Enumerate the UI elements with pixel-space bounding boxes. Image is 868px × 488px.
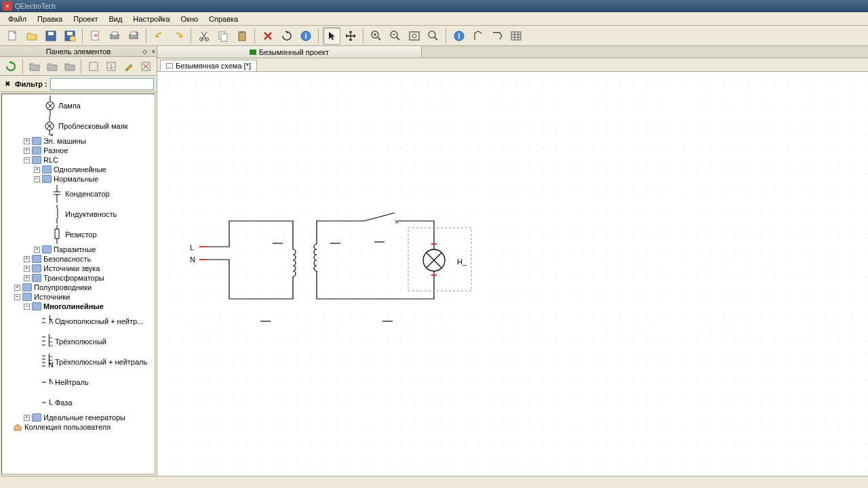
- tree-folder-multiline[interactable]: −Многолинейные: [3, 302, 153, 311]
- tree-folder-ideal-gen[interactable]: +Идеальные генераторы: [3, 413, 153, 422]
- save-as-button[interactable]: [61, 27, 79, 45]
- delete-category-button[interactable]: [62, 58, 78, 75]
- clear-filter-icon[interactable]: ✖: [3, 79, 12, 89]
- tree-folder-parasitic[interactable]: +Паразитные: [3, 245, 153, 254]
- sheet-tab[interactable]: Безымянная схема [*]: [160, 60, 257, 71]
- delete-element-button[interactable]: [138, 58, 154, 75]
- tree-folder-el-machines[interactable]: +Эл. машины: [3, 136, 153, 146]
- canvas[interactable]: L N: [157, 72, 868, 476]
- tree-folder-sources[interactable]: −Источники: [3, 292, 153, 302]
- expander-icon[interactable]: +: [24, 275, 30, 281]
- menu-edit[interactable]: Правка: [33, 14, 66, 24]
- wire[interactable]: [201, 260, 293, 299]
- titleblock-button[interactable]: [507, 27, 525, 45]
- svg-text:×: ×: [94, 31, 98, 39]
- tree-item-inductor[interactable]: Индуктивность: [3, 204, 153, 224]
- expander-icon[interactable]: +: [14, 285, 20, 291]
- expander-icon[interactable]: +: [34, 167, 40, 173]
- add-row-button[interactable]: [488, 27, 506, 45]
- pin-icon[interactable]: ◇: [142, 48, 147, 55]
- properties-button[interactable]: i: [297, 27, 315, 45]
- expander-icon[interactable]: +: [24, 256, 30, 262]
- new-category-button[interactable]: [27, 58, 43, 75]
- expander-icon[interactable]: +: [34, 247, 40, 253]
- edit-category-button[interactable]: [44, 58, 60, 75]
- reload-button[interactable]: [3, 58, 19, 75]
- copy-button[interactable]: [214, 27, 232, 45]
- expander-icon[interactable]: −: [24, 157, 30, 163]
- zoom-reset-button[interactable]: [425, 27, 442, 45]
- wire[interactable]: [398, 221, 434, 247]
- info-button[interactable]: i: [450, 27, 468, 45]
- open-button[interactable]: [23, 27, 41, 45]
- elements-tree[interactable]: Лампа Проблесковый маяк +Эл. машины +Раз…: [1, 94, 155, 474]
- wire[interactable]: [317, 221, 364, 241]
- wire[interactable]: [317, 274, 434, 299]
- menu-settings[interactable]: Настройка: [129, 14, 174, 24]
- tree-folder-sound-src[interactable]: +Источники звука: [3, 264, 153, 273]
- tree-item-three-pole[interactable]: L1L2L3 Трёхполюсный: [3, 331, 153, 352]
- expander-icon[interactable]: +: [24, 415, 30, 421]
- source-icon: N: [41, 374, 53, 390]
- menu-project[interactable]: Проект: [69, 14, 102, 24]
- menu-view[interactable]: Вид: [104, 14, 126, 24]
- tree-folder-rlc[interactable]: −RLC: [3, 155, 153, 165]
- menu-window[interactable]: Окно: [177, 14, 203, 24]
- paste-button[interactable]: [233, 27, 251, 45]
- expander-icon[interactable]: +: [24, 148, 30, 154]
- redo-button[interactable]: [170, 27, 187, 45]
- new-element-button[interactable]: [85, 58, 102, 75]
- tree-item-lamp[interactable]: Лампа: [3, 96, 153, 116]
- tree-folder-transformers[interactable]: +Трансформаторы: [3, 273, 153, 283]
- print-button[interactable]: [106, 27, 123, 45]
- tree-folder-normal[interactable]: −Нормальные: [3, 174, 153, 184]
- expander-icon[interactable]: +: [24, 138, 30, 144]
- expander-icon[interactable]: −: [14, 294, 20, 300]
- tree-folder-single-line[interactable]: +Однолинейные: [3, 165, 153, 174]
- project-tab[interactable]: Безымянный проект: [157, 46, 422, 58]
- transformer-primary[interactable]: [293, 247, 296, 279]
- import-element-button[interactable]: [103, 58, 119, 75]
- schematic[interactable]: L N: [157, 72, 741, 476]
- transformer-secondary[interactable]: [314, 241, 317, 274]
- expander-icon[interactable]: −: [24, 304, 30, 310]
- rotate-button[interactable]: [278, 27, 296, 45]
- move-mode-button[interactable]: [342, 27, 359, 45]
- close-file-button[interactable]: ×: [87, 27, 104, 45]
- edit-element-button[interactable]: [121, 58, 137, 75]
- tree-item-single-pole-n[interactable]: L1N Однополюсный + нейтр...: [3, 311, 153, 331]
- tree-folder-safety[interactable]: +Безопасность: [3, 254, 153, 264]
- expander-icon[interactable]: −: [34, 176, 40, 182]
- tree-item-resistor[interactable]: Резистор: [3, 224, 153, 245]
- tree-label: Нейтраль: [55, 378, 89, 386]
- zoom-fit-button[interactable]: [406, 27, 423, 45]
- delete-button[interactable]: [259, 27, 277, 45]
- select-mode-button[interactable]: [323, 27, 340, 45]
- menu-file[interactable]: Файл: [4, 14, 31, 24]
- tree-item-neutral[interactable]: N Нейтраль: [3, 372, 153, 392]
- export-button[interactable]: [125, 27, 142, 45]
- close-icon[interactable]: ×: [3, 1, 12, 11]
- tree-item-phase[interactable]: L Фаза: [3, 392, 153, 413]
- expander-icon[interactable]: +: [24, 266, 30, 272]
- tree-item-beacon[interactable]: Проблесковый маяк: [3, 116, 153, 136]
- wire[interactable]: [201, 221, 293, 247]
- tree-item-three-pole-n[interactable]: L1L2L3N Трёхполюсный + нейтраль: [3, 352, 153, 372]
- lamp-symbol[interactable]: [423, 247, 445, 274]
- switch[interactable]: ×: [364, 213, 399, 226]
- cut-button[interactable]: [195, 27, 213, 45]
- tree-user-collection[interactable]: Коллекция пользователя: [3, 422, 153, 432]
- save-button[interactable]: [42, 27, 60, 45]
- new-button[interactable]: [4, 27, 22, 45]
- add-column-button[interactable]: [469, 27, 487, 45]
- menu-help[interactable]: Справка: [205, 14, 242, 24]
- tree-item-capacitor[interactable]: Конденсатор: [3, 184, 153, 204]
- tree-label: Лампа: [58, 102, 81, 110]
- tree-folder-semiconductors[interactable]: +Полупроводники: [3, 283, 153, 292]
- undo-button[interactable]: [151, 27, 168, 45]
- panel-close-icon[interactable]: ×: [152, 48, 155, 55]
- filter-input[interactable]: [50, 78, 154, 90]
- tree-folder-misc[interactable]: +Разное: [3, 146, 153, 155]
- zoom-out-button[interactable]: [387, 27, 404, 45]
- zoom-in-button[interactable]: [368, 27, 385, 45]
